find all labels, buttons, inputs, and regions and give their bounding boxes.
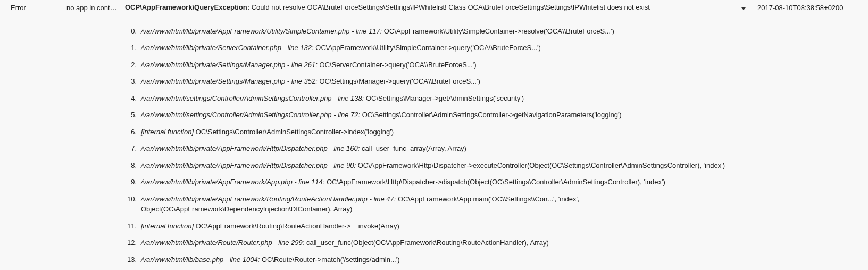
trace-frame: /var/www/html/lib/private/AppFramework/U… — [125, 23, 746, 40]
collapse-toggle[interactable] — [741, 2, 757, 14]
trace-line: - line 47: — [368, 195, 396, 203]
trace-file: /var/www/html/lib/private/Settings/Manag… — [141, 77, 285, 85]
caret-down-icon — [741, 7, 746, 10]
trace-call: OC\AppFramework\Http\Dispatcher->dispatc… — [324, 178, 665, 186]
trace-file: /var/www/html/lib/private/Settings/Manag… — [141, 61, 285, 69]
trace-frame: [internal function] OC\Settings\Controll… — [125, 124, 746, 141]
stack-trace: /var/www/html/lib/private/AppFramework/U… — [125, 23, 746, 271]
trace-frame: /var/www/html/index.php - line 48: OC ha… — [125, 268, 746, 270]
trace-call: OC\ServerContainer->query('OCA\\BruteFor… — [318, 61, 477, 69]
trace-line: - line 72: — [332, 111, 360, 119]
trace-file: /var/www/html/lib/private/AppFramework/U… — [141, 27, 350, 35]
trace-file: /var/www/html/lib/private/AppFramework/H… — [141, 161, 328, 169]
trace-line: - line 132: — [281, 44, 314, 52]
trace-call: OC\Settings\Manager->query('OCA\\BruteFo… — [318, 77, 480, 85]
exception-class: OCP\AppFramework\QueryException: — [125, 3, 249, 11]
log-timestamp: 2017-08-10T08:38:58+0200 — [757, 2, 864, 13]
trace-file: /var/www/html/lib/private/AppFramework/R… — [141, 195, 368, 203]
log-message: OCP\AppFramework\QueryException: Could n… — [125, 2, 741, 13]
trace-frame: /var/www/html/lib/private/AppFramework/R… — [125, 191, 746, 218]
trace-file: [internal function] — [141, 222, 194, 230]
trace-file: /var/www/html/lib/private/ServerContaine… — [141, 44, 281, 52]
trace-line: - line 299: — [272, 239, 305, 247]
trace-frame: /var/www/html/settings/Controller/AdminS… — [125, 90, 746, 107]
trace-line: - line 1004: — [223, 256, 260, 264]
trace-call: call_user_func(Object(OC\AppFramework\Ro… — [304, 239, 549, 247]
trace-frame: /var/www/html/lib/private/AppFramework/H… — [125, 140, 746, 157]
trace-file: /var/www/html/lib/private/AppFramework/H… — [141, 144, 328, 152]
exception-text: Could not resolve OCA\BruteForceSettings… — [249, 3, 650, 11]
trace-frame: /var/www/html/lib/base.php - line 1004: … — [125, 251, 746, 268]
trace-call: OC\Settings\Controller\AdminSettingsCont… — [194, 128, 394, 136]
trace-line: - line 352: — [285, 77, 318, 85]
trace-frame: [internal function] OC\AppFramework\Rout… — [125, 218, 746, 235]
trace-frame: /var/www/html/lib/private/AppFramework/A… — [125, 174, 746, 191]
trace-frame: /var/www/html/lib/private/Settings/Manag… — [125, 73, 746, 90]
trace-call: OC\Settings\Manager->getAdminSettings('s… — [364, 94, 524, 102]
trace-file: /var/www/html/settings/Controller/AdminS… — [141, 111, 332, 119]
trace-call: OC\AppFramework\Http\Dispatcher->execute… — [356, 161, 725, 169]
log-entry-row[interactable]: Error no app in cont… OCP\AppFramework\Q… — [0, 0, 868, 16]
trace-line: - line 261: — [285, 61, 318, 69]
trace-file: [internal function] — [141, 128, 194, 136]
trace-call: OC\Settings\Controller\AdminSettingsCont… — [360, 111, 622, 119]
trace-file: /var/www/html/settings/Controller/AdminS… — [141, 94, 332, 102]
trace-file: /var/www/html/lib/private/AppFramework/A… — [141, 178, 293, 186]
trace-call: OC\AppFramework\Routing\RouteActionHandl… — [194, 222, 399, 230]
trace-file: /var/www/html/lib/base.php — [141, 256, 223, 264]
log-level: Error — [11, 2, 66, 13]
trace-frame: /var/www/html/lib/private/ServerContaine… — [125, 39, 746, 56]
trace-frame: /var/www/html/settings/Controller/AdminS… — [125, 107, 746, 124]
trace-line: - line 138: — [332, 94, 364, 102]
trace-frame: /var/www/html/lib/private/AppFramework/H… — [125, 157, 746, 174]
trace-call: call_user_func_array(Array, Array) — [360, 144, 466, 152]
trace-line: - line 117: — [350, 27, 382, 35]
log-app: no app in cont… — [66, 2, 125, 13]
trace-frame: /var/www/html/lib/private/Route/Router.p… — [125, 234, 746, 251]
trace-call: OC\AppFramework\Utility\SimpleContainer-… — [314, 44, 541, 52]
trace-file: /var/www/html/lib/private/Route/Router.p… — [141, 239, 272, 247]
trace-line: - line 160: — [328, 144, 360, 152]
trace-call: OC\AppFramework\Utility\SimpleContainer-… — [382, 27, 614, 35]
trace-line: - line 90: — [328, 161, 356, 169]
trace-frame: /var/www/html/lib/private/Settings/Manag… — [125, 56, 746, 73]
trace-line: - line 114: — [293, 178, 325, 186]
trace-call: OC\Route\Router->match('/settings/admin.… — [260, 256, 399, 264]
